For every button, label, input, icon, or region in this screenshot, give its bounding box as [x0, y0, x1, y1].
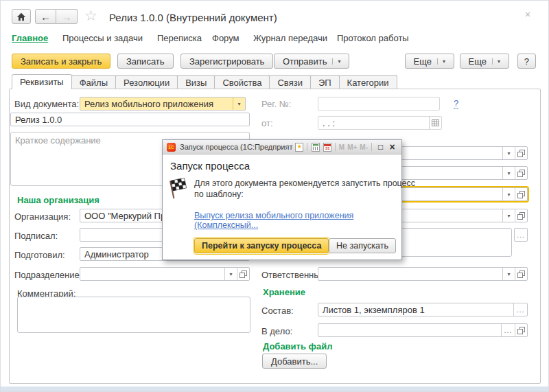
1c-logo-icon: 1С — [167, 143, 176, 152]
calculator-icon[interactable] — [311, 142, 321, 152]
prepared-label: Подготовил: — [14, 250, 65, 260]
hidden-field-1-dropdown-icon[interactable]: ▾ — [502, 147, 515, 159]
history-nav: ← → — [35, 9, 78, 24]
hidden-field-3-dropdown-icon[interactable]: ▾ — [502, 188, 515, 200]
dialog-maximize-icon[interactable]: □ — [375, 142, 386, 152]
dialog-titlebar[interactable]: 1С Запуск процесса (1С:Предприятие) ★ 31… — [163, 140, 401, 154]
back-button[interactable]: ← — [35, 9, 56, 24]
document-title-field[interactable]: Релиз 1.0.0 — [10, 113, 250, 126]
favorite-glyph: ☆ — [84, 8, 97, 23]
more-label-2: Еще — [469, 56, 487, 67]
save-and-close-button[interactable]: Записать и закрыть — [12, 54, 110, 69]
do-not-start-button[interactable]: Не запускать — [329, 238, 396, 253]
responsible-value — [318, 268, 502, 280]
dialog-message-line-2: по шаблону: — [194, 189, 244, 200]
favorites-page-icon[interactable]: ★ — [294, 142, 305, 152]
dialog-close-glyph: × — [389, 142, 395, 152]
document-kind-field[interactable]: Релиз мобильного приложения ▾ — [80, 97, 246, 111]
tab-links[interactable]: Связи — [269, 75, 310, 89]
process-template-link[interactable]: Выпуск релиза мобильного приложения (Ком… — [194, 211, 401, 230]
reg-number-field[interactable] — [318, 97, 440, 111]
favorite-star-icon[interactable]: ☆ — [84, 8, 97, 23]
case-open-icon[interactable] — [515, 324, 527, 336]
send-label: Отправить — [283, 56, 327, 67]
tab-resolutions[interactable]: Резолюции — [115, 75, 178, 89]
home-button[interactable] — [12, 9, 31, 24]
add-file-button[interactable]: Добавить... — [262, 354, 327, 369]
menu-work-protocol[interactable]: Протокол работы — [337, 33, 409, 43]
more-dropdown-icon-1[interactable]: ▾ — [437, 58, 445, 65]
department-label: Подразделение: — [14, 270, 82, 280]
organization-label: Организация: — [14, 211, 71, 222]
department-open-icon[interactable] — [237, 268, 249, 280]
add-file-section-heading: Добавить файл — [263, 341, 332, 351]
send-dropdown-icon[interactable]: ▾ — [332, 58, 340, 65]
page-title: Релиз 1.0.0 (Внутренний документ) — [109, 12, 277, 23]
save-label: Записать — [126, 56, 165, 67]
hidden-field-3-open-icon[interactable] — [515, 188, 527, 200]
case-ellipsis-icon[interactable]: ... — [501, 324, 515, 336]
tab-ep[interactable]: ЭП — [310, 75, 340, 89]
dialog-body: Запуск процесса Для этого документа реко… — [163, 154, 401, 260]
more-dropdown-icon-2[interactable]: ▾ — [492, 58, 500, 65]
memory-mplus-icon[interactable]: M+ — [347, 143, 357, 151]
menu-forum[interactable]: Форум — [212, 33, 240, 43]
case-field[interactable]: ... — [318, 323, 528, 337]
reg-number-help-link[interactable]: ? — [454, 98, 458, 109]
menu-processes[interactable]: Процессы и задачи — [62, 33, 143, 43]
hidden-field-2-dropdown-icon[interactable]: ▾ — [502, 167, 515, 179]
menu-main[interactable]: Главное — [12, 33, 48, 43]
close-window-icon[interactable]: × — [525, 10, 530, 19]
contents-value: Листов 1, экземпляров 1 — [318, 303, 513, 316]
tab-properties[interactable]: Свойства — [214, 75, 270, 89]
comment-textarea[interactable] — [17, 297, 250, 333]
case-value — [318, 324, 501, 336]
process-start-dialog: 1С Запуск процесса (1С:Предприятие) ★ 31… — [162, 139, 402, 260]
tab-vizy[interactable]: Визы — [177, 75, 215, 89]
home-icon — [16, 12, 26, 21]
hidden-field-4-open-icon[interactable] — [515, 209, 527, 222]
more-button-2[interactable]: Еще ▾ — [460, 54, 509, 69]
close-glyph: × — [525, 9, 530, 20]
menu-transfer-log[interactable]: Журнал передачи — [253, 33, 327, 43]
menu-correspondence[interactable]: Переписка — [157, 33, 202, 43]
department-dropdown-icon[interactable]: ▾ — [224, 268, 237, 280]
register-button[interactable]: Зарегистрировать — [180, 54, 273, 69]
help-button[interactable]: ? — [517, 54, 536, 69]
reg-number-label: Рег. №: — [261, 99, 291, 109]
memory-m-icon[interactable]: M — [339, 143, 344, 151]
dialog-title: Запуск процесса (1С:Предприятие) — [180, 143, 293, 151]
forward-icon: → — [62, 11, 72, 23]
hidden-field-2-open-icon[interactable] — [515, 167, 527, 179]
tab-categories[interactable]: Категории — [339, 75, 397, 89]
contents-label: Состав: — [261, 305, 294, 316]
1c-logo-text: 1С — [168, 145, 174, 150]
start-process-button[interactable]: Перейти к запуску процесса — [194, 238, 329, 253]
more-button-1[interactable]: Еще ▾ — [405, 54, 454, 69]
hidden-textarea-ellipsis-button[interactable]: ... — [514, 228, 528, 242]
hidden-field-1-open-icon[interactable] — [515, 147, 527, 159]
save-button[interactable]: Записать — [117, 54, 174, 69]
forward-button[interactable]: → — [56, 9, 78, 24]
responsible-field[interactable]: ▾ — [318, 267, 528, 281]
memory-mminus-icon[interactable]: M- — [360, 143, 368, 151]
back-icon: ← — [40, 11, 51, 23]
department-field[interactable]: ▾ — [80, 267, 250, 281]
date-label: от: — [261, 118, 273, 128]
tab-files[interactable]: Файлы — [71, 75, 116, 89]
tab-rekvizity[interactable]: Реквизиты — [12, 74, 72, 89]
document-kind-dropdown-icon[interactable]: ▾ — [233, 97, 245, 110]
dialog-close-icon[interactable]: × — [387, 142, 397, 152]
contents-ellipsis-icon[interactable]: ... — [513, 303, 527, 316]
send-button[interactable]: Отправить ▾ — [274, 54, 349, 69]
hidden-field-4-dropdown-icon[interactable]: ▾ — [502, 209, 515, 222]
calendar-icon[interactable]: 31 — [323, 142, 333, 152]
window-bottom-strip — [1, 387, 548, 391]
date-field[interactable]: . . : — [318, 116, 442, 130]
storage-section-heading: Хранение — [263, 287, 305, 297]
save-and-close-label: Записать и закрыть — [21, 56, 102, 67]
responsible-open-icon[interactable] — [515, 268, 527, 280]
contents-field[interactable]: Листов 1, экземпляров 1 ... — [318, 303, 528, 316]
responsible-dropdown-icon[interactable]: ▾ — [502, 268, 515, 280]
date-calendar-icon[interactable] — [429, 117, 441, 129]
